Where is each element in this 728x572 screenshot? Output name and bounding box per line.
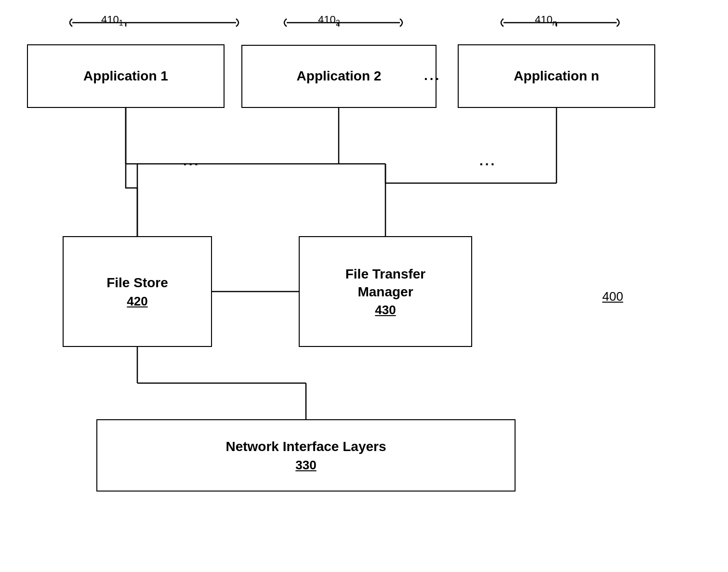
nil-number: 330 — [295, 458, 316, 473]
app2-box: Application 2 — [241, 45, 437, 108]
app2-ref-label: 4102 — [318, 13, 340, 27]
top-dots: ··· — [424, 71, 441, 87]
app1-box: Application 1 — [27, 44, 225, 108]
appn-box: Application n — [458, 44, 655, 108]
app1-bracket-right — [236, 19, 238, 27]
app2-bracket-right — [400, 19, 402, 27]
middle-left-dots: ··· — [183, 157, 200, 172]
appn-label: Application n — [514, 67, 599, 85]
middle-right-dots: ··· — [479, 157, 496, 172]
filestore-label: File Store — [106, 274, 168, 292]
nil-box: Network Interface Layers 330 — [96, 419, 516, 492]
app1-to-filestore-line — [126, 108, 137, 236]
app2-bracket-left — [284, 19, 287, 27]
diagram-number-label: 400 — [602, 289, 623, 304]
app1-ref-label: 4101 — [101, 13, 123, 27]
ftm-box: File TransferManager 430 — [299, 236, 472, 347]
filestore-number: 420 — [127, 294, 147, 309]
appn-bracket-right — [617, 19, 619, 27]
app1-label: Application 1 — [83, 67, 168, 85]
ftm-label: File TransferManager — [345, 266, 426, 301]
ftm-number: 430 — [375, 303, 396, 318]
appn-bracket-left — [501, 19, 503, 27]
nil-label: Network Interface Layers — [225, 438, 386, 455]
app2-label: Application 2 — [297, 67, 382, 85]
diagram: Application 1 Application 2 Application … — [0, 0, 728, 572]
app1-bracket — [70, 19, 72, 27]
filestore-box: File Store 420 — [63, 236, 212, 347]
appn-ref-label: 410n — [535, 13, 557, 27]
